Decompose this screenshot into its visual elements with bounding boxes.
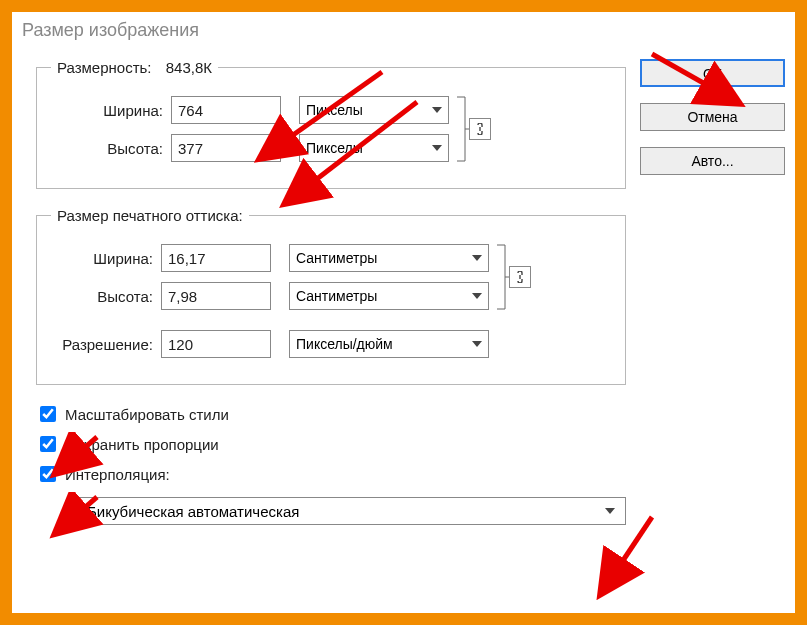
image-size-dialog: Размер изображения Размерность: 843,8К Ш… <box>12 12 795 613</box>
chevron-down-icon <box>472 293 482 299</box>
print-width-input[interactable] <box>161 244 271 272</box>
width-unit-select[interactable]: Пикселы <box>299 96 449 124</box>
interp-input[interactable] <box>40 466 56 482</box>
height-unit-select[interactable]: Пикселы <box>299 134 449 162</box>
constrain-label: Сохранить пропорции <box>65 436 219 453</box>
constrain-input[interactable] <box>40 436 56 452</box>
chevron-down-icon <box>472 255 482 261</box>
link-icon[interactable] <box>509 266 531 288</box>
scale-styles-label: Масштабировать стили <box>65 406 229 423</box>
pixel-dimensions-group: Размерность: 843,8К Ширина: Пикселы <box>36 59 626 189</box>
chevron-down-icon <box>432 107 442 113</box>
width-input[interactable] <box>171 96 281 124</box>
print-height-input[interactable] <box>161 282 271 310</box>
dimensions-legend: Размерность: <box>57 59 152 76</box>
print-width-unit-select[interactable]: Сантиметры <box>289 244 489 272</box>
auto-button[interactable]: Авто... <box>640 147 785 175</box>
print-width-label: Ширина: <box>51 250 161 267</box>
interpolation-checkbox[interactable]: Интерполяция: <box>36 463 626 485</box>
interpolation-method-value: Бикубическая автоматическая <box>87 503 299 520</box>
dimensions-size: 843,8К <box>166 59 212 76</box>
link-bracket-icon <box>455 95 469 163</box>
chevron-down-icon <box>472 341 482 347</box>
resolution-unit-value: Пикселы/дюйм <box>296 336 393 352</box>
link-icon[interactable] <box>469 118 491 140</box>
cancel-button[interactable]: Отмена <box>640 103 785 131</box>
resolution-input[interactable] <box>161 330 271 358</box>
scale-styles-checkbox[interactable]: Масштабировать стили <box>36 403 626 425</box>
print-size-group: Размер печатного оттиска: Ширина: Сантим… <box>36 207 626 385</box>
ok-button[interactable]: ОК <box>640 59 785 87</box>
print-height-unit-select[interactable]: Сантиметры <box>289 282 489 310</box>
print-height-label: Высота: <box>51 288 161 305</box>
width-label: Ширина: <box>51 102 171 119</box>
scale-styles-input[interactable] <box>40 406 56 422</box>
print-legend: Размер печатного оттиска: <box>51 207 249 224</box>
interp-label: Интерполяция: <box>65 466 170 483</box>
print-height-unit-value: Сантиметры <box>296 288 377 304</box>
chevron-down-icon <box>432 145 442 151</box>
link-bracket-icon <box>495 243 509 311</box>
height-unit-value: Пикселы <box>306 140 363 156</box>
interpolation-method-select[interactable]: Бикубическая автоматическая <box>76 497 626 525</box>
print-width-unit-value: Сантиметры <box>296 250 377 266</box>
constrain-proportions-checkbox[interactable]: Сохранить пропорции <box>36 433 626 455</box>
resolution-label: Разрешение: <box>51 336 161 353</box>
width-unit-value: Пикселы <box>306 102 363 118</box>
window-title: Размер изображения <box>12 12 795 49</box>
height-label: Высота: <box>51 140 171 157</box>
resolution-unit-select[interactable]: Пикселы/дюйм <box>289 330 489 358</box>
height-input[interactable] <box>171 134 281 162</box>
chevron-down-icon <box>605 508 615 514</box>
